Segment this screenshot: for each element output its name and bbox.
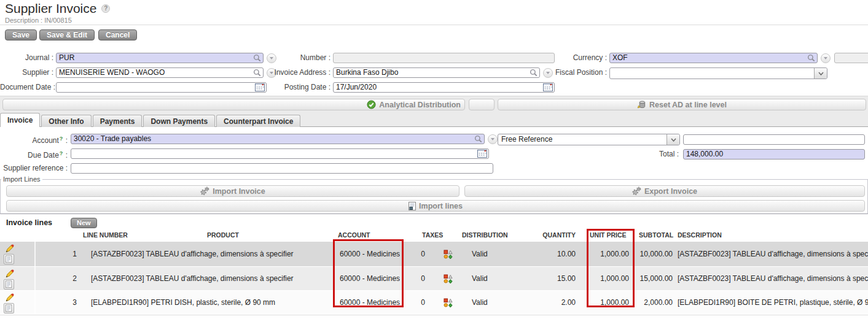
account-field[interactable]: 30020 - Trade payables — [71, 134, 485, 144]
document-date-field[interactable] — [56, 82, 267, 93]
chevron-down-icon — [491, 138, 495, 142]
column-header-quantity: QUANTITY — [526, 231, 576, 239]
product-cell: [ELABPEDI1R90] PETRI DISH, plastic, ster… — [91, 291, 275, 314]
currency-dropdown-button[interactable] — [821, 53, 831, 63]
note-icon[interactable] — [4, 303, 14, 313]
account-cell: 60000 - Medicines — [340, 242, 400, 266]
due-date-field[interactable] — [71, 148, 489, 159]
search-icon — [474, 135, 482, 144]
table-row[interactable]: 1 [ASTAZBF0023] TABLEAU d'affichage, dim… — [0, 242, 868, 267]
free-reference-input[interactable] — [683, 134, 865, 145]
line-number-cell: 1 — [25, 242, 77, 266]
tab-strip: Analytical Distribution Reset AD at line… — [0, 96, 868, 127]
currency-field[interactable]: XOF — [609, 53, 818, 63]
new-line-button[interactable]: New — [71, 218, 97, 228]
description-text: Description : IN/00815 — [5, 17, 72, 24]
product-cell: [ASTAZBF0023] TABLEAU d'affichage, dimen… — [91, 267, 294, 290]
distribution-cell: Valid — [472, 291, 488, 314]
free-reference-value: Free Reference — [501, 135, 552, 144]
column-header-account: ACCOUNT — [338, 231, 370, 239]
colon: : — [66, 136, 68, 145]
page-title: Supplier Invoice? — [5, 1, 110, 16]
invoice-address-label: Invoice Address : — [264, 67, 330, 78]
edit-pencil-icon[interactable] — [5, 293, 15, 302]
cancel-button[interactable]: Cancel — [98, 29, 137, 40]
total-label: Total : — [614, 149, 679, 160]
table-row[interactable]: 3 [ELABPEDI1R90] PETRI DISH, plastic, st… — [0, 291, 868, 315]
import-lines-label: Import lines — [419, 202, 463, 210]
subtotal-cell: 15,000.00 — [622, 267, 673, 290]
distribution-icon[interactable] — [444, 242, 453, 266]
journal-dropdown-button[interactable] — [267, 53, 276, 63]
currency-rate-field[interactable] — [834, 53, 868, 63]
posting-date-field[interactable]: 17/Jun/2020 — [333, 82, 555, 93]
taxes-cell: 0 — [408, 291, 425, 314]
quantity-cell: 10.00 — [525, 242, 576, 266]
distribution-icon[interactable] — [444, 291, 453, 314]
chevron-down-icon — [270, 57, 273, 61]
save-and-edit-button[interactable]: Save & Edit — [39, 29, 95, 40]
note-icon[interactable] — [4, 279, 14, 290]
edit-pencil-icon[interactable] — [5, 244, 15, 253]
header-divider — [0, 25, 868, 25]
total-field: 148,000.00 — [683, 149, 865, 160]
description-cell: [ASTAZBF0023] TABLEAU d'affichage, dimen… — [678, 267, 868, 290]
chevron-down-icon — [824, 57, 827, 61]
analytical-distribution-button[interactable]: Analytical Distribution — [2, 99, 465, 110]
invoice-address-field[interactable]: Burkina Faso Djibo — [333, 67, 540, 78]
account-dropdown-button[interactable] — [488, 134, 498, 144]
import-invoice-button[interactable]: Import Invoice — [6, 185, 459, 197]
page-help-icon[interactable]: ? — [101, 4, 110, 13]
colon: : — [66, 151, 68, 160]
number-label: Number : — [280, 53, 330, 63]
calendar-icon[interactable] — [543, 83, 553, 91]
currency-label: Currency : — [550, 53, 607, 63]
calendar-icon[interactable] — [255, 83, 265, 91]
note-icon[interactable] — [4, 254, 14, 264]
quantity-cell: 15.00 — [525, 267, 576, 290]
tab-payments[interactable]: Payments — [93, 115, 143, 127]
spacer-button[interactable] — [469, 99, 495, 110]
supplier-label: Supplier : — [0, 67, 53, 78]
supplier-reference-field[interactable] — [71, 163, 493, 174]
save-button[interactable]: Save — [5, 29, 37, 40]
column-header-taxes: TAXES — [422, 231, 443, 239]
calendar-icon[interactable] — [477, 150, 488, 158]
journal-value: PUR — [59, 53, 74, 62]
posting-date-label: Posting Date : — [270, 82, 330, 93]
column-header-line-number: LINE NUMBER — [83, 231, 128, 239]
due-date-label-text: Due Date — [28, 151, 59, 160]
table-row[interactable]: 2 [ASTAZBF0023] TABLEAU d'affichage, dim… — [0, 267, 868, 291]
number-field[interactable] — [333, 53, 555, 63]
tab-bar: Invoice Other Info Payments Down Payment… — [0, 113, 302, 127]
note-icon-frame — [4, 303, 14, 313]
fiscal-position-label: Fiscal Position : — [541, 67, 607, 78]
journal-field[interactable]: PUR — [56, 53, 264, 63]
distribution-cell: Valid — [472, 267, 488, 290]
distribution-icon[interactable] — [444, 267, 453, 290]
database-reset-icon — [637, 100, 646, 109]
supplier-reference-label: Supplier reference : — [0, 163, 68, 174]
account-label: Account? : — [0, 134, 68, 144]
free-reference-select[interactable]: Free Reference — [498, 134, 680, 145]
supplier-field[interactable]: MENUISERIE WEND - WAOGO — [56, 67, 264, 78]
import-invoice-label: Import Invoice — [213, 187, 265, 196]
tab-counterpart-invoice[interactable]: Counterpart Invoice — [216, 115, 300, 127]
chevron-down-icon — [667, 134, 679, 145]
reset-ad-button[interactable]: Reset AD at line level — [498, 99, 866, 110]
tab-other-info[interactable]: Other Info — [41, 115, 91, 127]
due-date-help-icon: ? — [60, 150, 63, 156]
account-cell: 60000 - Medicines — [340, 267, 400, 290]
document-icon — [409, 202, 416, 210]
subtotal-cell: 10,000.00 — [622, 242, 673, 266]
line-number-cell: 3 — [25, 291, 77, 314]
page-title-text: Supplier Invoice — [5, 1, 96, 15]
edit-pencil-icon[interactable] — [5, 269, 15, 279]
supplier-invoice-screen: Supplier Invoice? Description : IN/00815… — [0, 0, 868, 319]
tab-invoice[interactable]: Invoice — [0, 113, 40, 127]
tab-down-payments[interactable]: Down Payments — [143, 115, 215, 127]
taxes-cell: 0 — [408, 242, 425, 266]
import-lines-button[interactable]: Import lines — [6, 200, 865, 212]
fiscal-position-select[interactable] — [609, 67, 827, 79]
export-invoice-button[interactable]: Export Invoice — [464, 185, 865, 197]
